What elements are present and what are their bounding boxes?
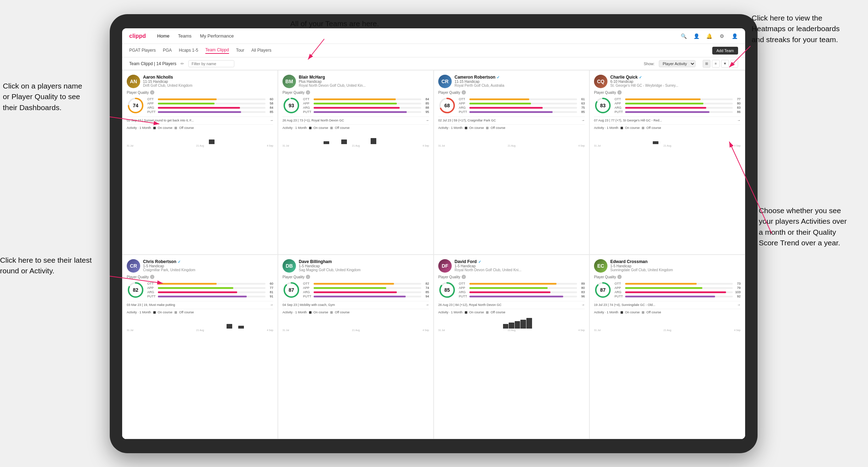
nav-my-performance[interactable]: My Performance xyxy=(200,33,234,39)
sort-button[interactable]: ↕ xyxy=(730,60,738,68)
list-view-button[interactable]: ≡ xyxy=(712,60,720,68)
score-circle[interactable]: 83 xyxy=(594,97,612,114)
player-card: DF David Ford ✓ 1-5 Handicap Royal North… xyxy=(434,255,589,439)
stat-row: APP 77 xyxy=(147,286,273,290)
chart-bar xyxy=(567,328,573,329)
grid-view-button[interactable]: ⊞ xyxy=(703,60,710,68)
last-round[interactable]: 19 Jul 23 | 74 (+4), Sunningdale GC - Ol… xyxy=(594,301,741,307)
last-round[interactable]: 03 Mar 23 | 19, Must make putting → xyxy=(127,301,273,307)
stat-row: ARG 83 xyxy=(459,290,585,294)
stat-row: APP 79 xyxy=(615,286,741,290)
quality-row[interactable]: 83 OTT 77 APP 80 ARG 83 PUTT xyxy=(594,97,741,114)
stat-bar-fill xyxy=(625,283,697,285)
activity-title: Activity · 1 Month xyxy=(438,126,463,130)
chart-bar xyxy=(567,144,573,144)
score-circle[interactable]: 85 xyxy=(438,281,456,299)
stat-bar-track xyxy=(158,98,265,100)
quality-row[interactable]: 93 OTT 84 APP 85 ARG 88 PUTT xyxy=(282,97,429,114)
filter-input[interactable] xyxy=(188,60,234,67)
sub-nav-all-players[interactable]: All Players xyxy=(251,48,272,53)
sub-nav-hcaps[interactable]: Hcaps 1-5 xyxy=(179,48,198,53)
player-name[interactable]: Blair McHarg xyxy=(299,75,429,80)
player-name[interactable]: Aaron Nicholls xyxy=(143,75,273,80)
on-course-legend xyxy=(465,127,467,129)
quality-row[interactable]: 87 OTT 82 APP 74 ARG 85 PUTT xyxy=(282,281,429,299)
avatar-icon[interactable]: 👤 xyxy=(731,33,738,40)
chart-bar xyxy=(168,328,173,329)
settings-icon[interactable]: ⚙ xyxy=(718,33,725,40)
chart-bar xyxy=(144,144,150,144)
mini-chart xyxy=(438,131,585,144)
sub-nav-pgat[interactable]: PGAT Players xyxy=(129,48,156,53)
last-round-arrow[interactable]: → xyxy=(737,303,741,307)
last-round[interactable]: 07 Aug 23 | 77 (+7), St George's Hill GC… xyxy=(594,116,741,122)
score-circle[interactable]: 87 xyxy=(594,281,612,299)
off-course-legend xyxy=(486,127,489,129)
team-bar: Team Clippd | 14 Players ✏ Show: Player … xyxy=(122,57,745,70)
nav-teams[interactable]: Teams xyxy=(178,33,192,39)
stat-bar-track xyxy=(469,111,577,113)
info-icon: i xyxy=(617,90,622,95)
stat-bar-fill xyxy=(158,287,233,289)
player-name[interactable]: Edward Crossman xyxy=(610,259,741,264)
stat-row: OTT 60 xyxy=(147,282,273,285)
quality-row[interactable]: 82 OTT 60 APP 77 ARG 81 PUTT xyxy=(127,281,273,299)
player-name[interactable]: Dave Billingham xyxy=(299,259,429,264)
chart-bar xyxy=(312,144,318,144)
last-round[interactable]: 02 Sep 23 | Sunset round to get back int… xyxy=(127,116,273,122)
score-circle[interactable]: 68 xyxy=(438,97,456,114)
chart-bar xyxy=(629,144,635,144)
player-name[interactable]: Cameron Robertson ✓ xyxy=(455,75,585,80)
stat-label: PUTT xyxy=(303,110,312,114)
sub-nav-tour[interactable]: Tour xyxy=(236,48,244,53)
player-info: Cameron Robertson ✓ 11-15 Handicap Royal… xyxy=(455,75,585,87)
bell-icon[interactable]: 🔔 xyxy=(706,33,713,40)
stat-bar-track xyxy=(158,291,265,293)
last-round-arrow[interactable]: → xyxy=(426,118,429,122)
player-name[interactable]: Charlie Quick ✓ xyxy=(610,75,741,80)
score-circle[interactable]: 93 xyxy=(282,97,300,114)
stat-row: OTT 77 xyxy=(615,97,741,101)
verified-icon: ✓ xyxy=(639,75,642,79)
stat-label: ARG xyxy=(147,106,156,109)
score-circle[interactable]: 87 xyxy=(282,281,300,299)
filter-button[interactable]: ▼ xyxy=(721,60,729,68)
chart-bar xyxy=(192,328,197,329)
last-round-arrow[interactable]: → xyxy=(581,118,585,122)
last-round-arrow[interactable]: → xyxy=(581,303,585,307)
stat-value: 85 xyxy=(267,110,273,114)
edit-icon[interactable]: ✏ xyxy=(181,61,184,66)
player-info: Blair McHarg Plus Handicap Royal North D… xyxy=(299,75,429,87)
last-round-arrow[interactable]: → xyxy=(426,303,429,307)
last-round-arrow[interactable]: → xyxy=(737,118,741,122)
user-icon[interactable]: 👤 xyxy=(693,33,700,40)
last-round[interactable]: 26 Aug 23 | 73 (+1), Royal North Devon G… xyxy=(282,116,429,122)
last-round[interactable]: 02 Jul 23 | 59 (+17), Craigmillar Park G… xyxy=(438,116,585,122)
quality-row[interactable]: 87 OTT 73 APP 79 ARG 103 PUTT xyxy=(594,281,741,299)
off-course-legend xyxy=(642,127,644,129)
last-round-arrow[interactable]: → xyxy=(270,303,273,307)
last-round[interactable]: 26 Aug 23 | 84 (+12), Royal North Devon … xyxy=(438,301,585,307)
chart-bar xyxy=(359,328,365,329)
last-round[interactable]: 04 Sep 23 | Mobility with coach, Gym → xyxy=(282,301,429,307)
mini-chart xyxy=(594,315,741,329)
chart-bar xyxy=(444,328,450,329)
last-round-arrow[interactable]: → xyxy=(270,118,273,122)
sub-nav-pga[interactable]: PGA xyxy=(163,48,172,53)
score-circle[interactable]: 74 xyxy=(127,97,144,114)
nav-home[interactable]: Home xyxy=(157,33,170,39)
chart-label-start: 31 Jul xyxy=(594,144,601,147)
player-name[interactable]: David Ford ✓ xyxy=(455,259,585,264)
score-circle[interactable]: 82 xyxy=(127,281,144,299)
quality-row[interactable]: 68 OTT 61 APP 63 ARG 75 PUTT xyxy=(438,97,585,114)
sub-nav-team-clippd[interactable]: Team Clippd xyxy=(205,47,229,54)
quality-row[interactable]: 85 OTT 89 APP 80 ARG 83 PUTT xyxy=(438,281,585,299)
chart-bar xyxy=(144,328,150,329)
player-name[interactable]: Chris Robertson ✓ xyxy=(143,259,273,264)
app-logo[interactable]: clippd xyxy=(129,33,146,39)
show-select[interactable]: Player Activity xyxy=(659,60,696,67)
add-team-button[interactable]: Add Team xyxy=(712,47,738,55)
search-icon[interactable]: 🔍 xyxy=(680,33,687,40)
chart-bar xyxy=(647,328,652,329)
quality-row[interactable]: 74 OTT 60 APP 58 ARG 84 PUTT xyxy=(127,97,273,114)
